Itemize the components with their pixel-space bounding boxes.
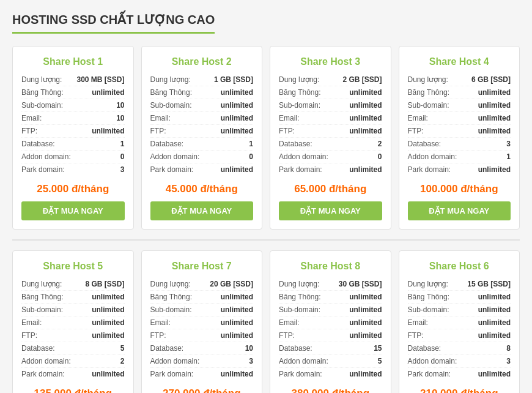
host1-buy-button[interactable]: ĐẶT MUA NGAY bbox=[21, 201, 125, 220]
spec-value: 300 MB [SSD] bbox=[76, 75, 124, 84]
spec-row: Database:15 bbox=[279, 342, 382, 355]
host2-title: Share Host 2 bbox=[172, 56, 232, 67]
spec-value: 3 bbox=[249, 357, 253, 365]
spec-label: Database: bbox=[279, 140, 312, 148]
spec-row: Băng Thông:unlimited bbox=[150, 86, 254, 99]
spec-label: FTP: bbox=[279, 331, 295, 340]
spec-label: Sub-domain: bbox=[21, 101, 63, 110]
spec-value: unlimited bbox=[221, 101, 253, 110]
spec-label: Băng Thông: bbox=[21, 293, 64, 301]
spec-value: 5 bbox=[378, 357, 382, 365]
spec-value: unlimited bbox=[221, 88, 253, 97]
spec-row: Addon domain:3 bbox=[408, 355, 511, 368]
host2-buy-button[interactable]: ĐẶT MUA NGAY bbox=[150, 201, 254, 220]
spec-row: Băng Thông:unlimited bbox=[408, 291, 511, 304]
spec-label: Park domain: bbox=[279, 370, 322, 378]
spec-value: 1 bbox=[120, 140, 125, 148]
host5-title: Share Host 5 bbox=[43, 261, 103, 272]
spec-row: Database:10 bbox=[150, 342, 254, 355]
spec-row: FTP:unlimited bbox=[279, 329, 382, 342]
host1-price: 25.000 đ/tháng bbox=[37, 183, 109, 195]
section-divider bbox=[12, 239, 520, 241]
spec-value: unlimited bbox=[478, 165, 511, 174]
spec-label: Email: bbox=[21, 114, 42, 122]
spec-value: unlimited bbox=[221, 305, 253, 314]
host4-buy-button[interactable]: ĐẶT MUA NGAY bbox=[408, 201, 511, 220]
spec-label: Addon domain: bbox=[21, 152, 71, 161]
spec-row: FTP:unlimited bbox=[408, 125, 511, 138]
spec-label: Băng Thông: bbox=[279, 293, 321, 301]
spec-value: unlimited bbox=[349, 331, 382, 340]
host2-specs: Dung lượng:1 GB [SSD]Băng Thông:unlimite… bbox=[150, 73, 254, 176]
spec-row: Database:1 bbox=[150, 138, 254, 151]
spec-value: unlimited bbox=[92, 318, 124, 327]
spec-label: Băng Thông: bbox=[150, 88, 193, 97]
spec-value: unlimited bbox=[478, 88, 511, 97]
spec-label: Database: bbox=[408, 140, 441, 148]
spec-value: unlimited bbox=[349, 370, 382, 378]
spec-value: unlimited bbox=[221, 165, 253, 174]
host5-price: 135.000 đ/tháng bbox=[34, 387, 112, 393]
spec-row: Database:1 bbox=[21, 138, 125, 151]
spec-value: 30 GB [SSD] bbox=[339, 280, 382, 288]
spec-row: Dung lượng:300 MB [SSD] bbox=[21, 73, 125, 86]
spec-row: Park domain:unlimited bbox=[408, 368, 511, 380]
host4-title: Share Host 4 bbox=[429, 56, 489, 67]
hosting-row-1: Share Host 1Dung lượng:300 MB [SSD]Băng … bbox=[12, 46, 520, 230]
spec-label: Băng Thông: bbox=[279, 88, 321, 97]
spec-row: Sub-domain:unlimited bbox=[279, 304, 382, 316]
spec-label: Park domain: bbox=[150, 370, 194, 378]
spec-label: Addon domain: bbox=[408, 357, 457, 365]
host6-title: Share Host 6 bbox=[429, 261, 489, 272]
spec-row: Băng Thông:unlimited bbox=[279, 86, 382, 99]
spec-row: Database:5 bbox=[21, 342, 125, 355]
spec-value: unlimited bbox=[478, 318, 511, 327]
spec-label: Dung lượng: bbox=[150, 280, 191, 288]
spec-value: unlimited bbox=[349, 318, 382, 327]
spec-value: unlimited bbox=[349, 165, 382, 174]
spec-label: Dung lượng: bbox=[150, 75, 191, 84]
spec-value: 3 bbox=[506, 357, 511, 365]
spec-label: Email: bbox=[21, 318, 42, 327]
card-host3: Share Host 3Dung lượng:2 GB [SSD]Băng Th… bbox=[270, 46, 391, 230]
spec-row: FTP:unlimited bbox=[21, 329, 125, 342]
spec-label: Email: bbox=[279, 318, 299, 327]
spec-row: Sub-domain:unlimited bbox=[150, 99, 254, 112]
spec-value: 8 GB [SSD] bbox=[85, 280, 124, 288]
spec-label: Dung lượng: bbox=[21, 280, 62, 288]
spec-label: Sub-domain: bbox=[408, 101, 449, 110]
spec-row: Park domain:unlimited bbox=[150, 163, 254, 176]
spec-label: Dung lượng: bbox=[279, 280, 319, 288]
spec-label: Addon domain: bbox=[150, 357, 200, 365]
spec-value: unlimited bbox=[92, 331, 124, 340]
spec-label: Park domain: bbox=[408, 165, 451, 174]
spec-label: Addon domain: bbox=[150, 152, 200, 161]
spec-value: unlimited bbox=[221, 318, 253, 327]
spec-row: Addon domain:1 bbox=[408, 151, 511, 163]
spec-label: FTP: bbox=[21, 331, 37, 340]
spec-row: Băng Thông:unlimited bbox=[21, 291, 125, 304]
spec-value: unlimited bbox=[221, 127, 253, 135]
spec-value: unlimited bbox=[349, 114, 382, 122]
card-host1: Share Host 1Dung lượng:300 MB [SSD]Băng … bbox=[12, 46, 134, 230]
spec-row: Dung lượng:2 GB [SSD] bbox=[279, 73, 382, 86]
spec-row: Email:unlimited bbox=[408, 112, 511, 125]
spec-row: FTP:unlimited bbox=[21, 125, 125, 138]
spec-row: Băng Thông:unlimited bbox=[150, 291, 254, 304]
spec-label: Email: bbox=[150, 318, 171, 327]
spec-row: Email:10 bbox=[21, 112, 125, 125]
spec-row: Sub-domain:10 bbox=[21, 99, 125, 112]
host3-buy-button[interactable]: ĐẶT MUA NGAY bbox=[279, 201, 382, 220]
spec-value: 15 bbox=[374, 344, 382, 353]
spec-row: Băng Thông:unlimited bbox=[408, 86, 511, 99]
spec-row: Sub-domain:unlimited bbox=[408, 304, 511, 316]
spec-value: unlimited bbox=[349, 88, 382, 97]
spec-value: 1 GB [SSD] bbox=[214, 75, 253, 84]
spec-row: FTP:unlimited bbox=[408, 329, 511, 342]
spec-row: FTP:unlimited bbox=[150, 329, 254, 342]
spec-value: 6 GB [SSD] bbox=[471, 75, 511, 84]
page-title: HOSTING SSD CHẤT LƯỢNG CAO bbox=[12, 12, 215, 34]
spec-value: unlimited bbox=[92, 293, 124, 301]
card-host4: Share Host 4Dung lượng:6 GB [SSD]Băng Th… bbox=[399, 46, 520, 230]
spec-label: Dung lượng: bbox=[408, 75, 448, 84]
